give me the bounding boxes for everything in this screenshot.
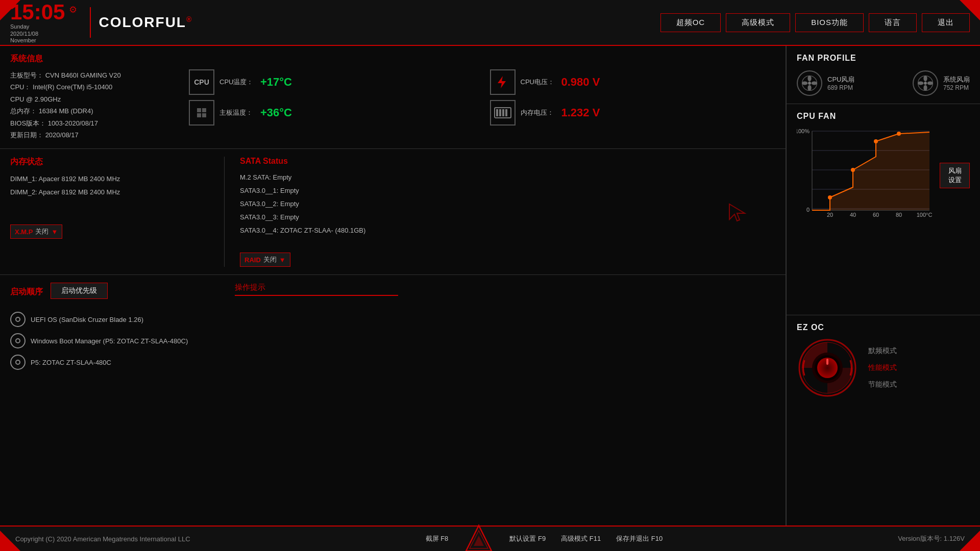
fan-items: CPU风扇 689 RPM (797, 70, 970, 96)
oc-knob[interactable] (797, 337, 858, 398)
cpu-fan-name: CPU风扇 (827, 75, 854, 84)
corner-decoration-bl (0, 531, 20, 551)
left-panel: 系统信息 主板型号： CVN B460I GAMING V20 CPU： Int… (0, 46, 786, 525)
mem-label: 总内存： (10, 107, 37, 115)
oc-modes: 默频模式 性能模式 节能模式 (868, 346, 897, 389)
sata-s2: SATA3.0__2: Empty (240, 197, 699, 211)
corner-decoration-tl (0, 0, 20, 20)
xmp-value: 关闭 (35, 227, 48, 236)
cpu-row2: CPU @ 2.90GHz (10, 93, 174, 105)
update-label: 更新日期： (10, 131, 43, 139)
svg-text:60: 60 (873, 212, 879, 218)
cpu-fan-item: CPU风扇 689 RPM (797, 70, 854, 96)
mb-model-value: CVN B460I GAMING V20 (45, 71, 121, 79)
oc-mode-eco[interactable]: 节能模式 (868, 380, 897, 389)
nav-oc-button[interactable]: 超频OC (660, 13, 721, 32)
svg-point-37 (897, 132, 901, 136)
footer-key-label-3: 保存并退出 F10 (616, 534, 663, 543)
sys-fan-rpm: 752 RPM (943, 84, 970, 91)
xmp-dropdown[interactable]: X.M.P 关闭 ▼ (10, 224, 62, 239)
raid-dropdown[interactable]: RAID 关闭 ▼ (240, 253, 290, 267)
header-separator (90, 7, 91, 38)
nav-advanced-button[interactable]: 高级模式 (726, 13, 790, 32)
brand-logo: COLORFUL® (99, 14, 192, 31)
oc-mode-default[interactable]: 默频模式 (868, 346, 897, 356)
sys-fan-name: 系统风扇 (943, 75, 970, 84)
sys-fan-icon (913, 70, 938, 96)
dimm1: DIMM_1: Apacer 8192 MB 2400 MHz (10, 172, 214, 186)
cpu-row: CPU： Intel(R) Core(TM) i5-10400 (10, 81, 174, 93)
cpu-temp-label: CPU温度： (219, 78, 255, 87)
sata-m2: M.2 SATA: Empty (240, 171, 699, 184)
boot-item-2: P5: ZOTAC ZT-SLAA-480C (10, 355, 225, 370)
sys-fan-item: 系统风扇 752 RPM (913, 70, 970, 96)
cpu-value: Intel(R) Core(TM) i5-10400 (33, 83, 112, 91)
nav-bios-button[interactable]: BIOS功能 (795, 13, 864, 32)
mb-model-label: 主板型号： (10, 71, 43, 79)
mem-title: 内存状态 (10, 157, 214, 167)
footer-key-1: 默认设置 F9 (509, 534, 546, 543)
cpu-fan-section: CPU FAN 100% 0 (787, 104, 980, 315)
svg-rect-3 (499, 109, 501, 116)
update-row: 更新日期： 2020/08/17 (10, 129, 174, 141)
xmp-row: X.M.P 关闭 ▼ (10, 224, 214, 239)
raid-value: 关闭 (263, 255, 277, 264)
boot-priority-button[interactable]: 启动优先级 (51, 283, 108, 299)
raid-label: RAID (244, 256, 261, 264)
oc-knob-svg (797, 337, 858, 398)
nav-language-button[interactable]: 语言 (869, 13, 917, 32)
mem-row: 总内存： 16384 MB (DDR4) (10, 105, 174, 117)
op-hint-line (235, 295, 398, 296)
svg-marker-0 (498, 76, 506, 88)
ez-oc-section: EZ OC (787, 315, 980, 526)
mb-temp-label: 主板温度： (219, 108, 255, 117)
svg-point-36 (874, 139, 878, 143)
cpu-fan-icon (797, 70, 822, 96)
cpu-value2: CPU @ 2.90GHz (10, 95, 61, 103)
bios-value: 1003-2020/08/17 (48, 119, 98, 127)
svg-point-17 (923, 85, 927, 91)
month-label: November (10, 37, 77, 43)
mb-chip-icon (189, 100, 214, 126)
footer: Copyright (C) 2020 American Megatrends I… (0, 525, 980, 551)
footer-key-3: 保存并退出 F10 (616, 534, 663, 543)
boot-item-0: UEFI OS (SanDisk Cruzer Blade 1.26) (10, 312, 225, 327)
xmp-arrow: ▼ (51, 228, 58, 236)
footer-key-2: 高级模式 F11 (561, 534, 601, 543)
cpu-volt-icon (490, 69, 516, 95)
day-label: Sunday (10, 23, 29, 30)
update-value: 2020/08/17 (45, 131, 79, 139)
cpu-volt-label: CPU电压： (521, 78, 556, 87)
right-panel: FAN PROFILE CPU风扇 (786, 46, 980, 525)
date-display: Sunday 2020/11/08 (10, 23, 77, 38)
sata-section: SATA Status M.2 SATA: Empty SATA3.0__1: … (225, 157, 699, 267)
svg-point-12 (802, 81, 808, 85)
svg-rect-2 (496, 109, 498, 116)
svg-point-10 (812, 81, 818, 85)
svg-rect-4 (502, 109, 504, 116)
sys-info-text: 系统信息 主板型号： CVN B460I GAMING V20 CPU： Int… (10, 54, 174, 141)
sata-s3: SATA3.0__3: Empty (240, 211, 699, 224)
fan-settings-button[interactable]: 风扇设置 (940, 163, 970, 188)
dimm2: DIMM_2: Apacer 8192 MB 2400 MHz (10, 186, 214, 199)
cpu-chip-icon: CPU (189, 69, 214, 95)
cpu-fan-rpm: 689 RPM (827, 84, 854, 91)
mem-sata-section: 内存状态 DIMM_1: Apacer 8192 MB 2400 MHz DIM… (0, 149, 786, 275)
svg-marker-6 (729, 204, 745, 221)
date-label: 2020/11/08 (10, 31, 38, 37)
fan-profile-title: FAN PROFILE (797, 54, 970, 63)
sata-s1: SATA3.0__1: Empty (240, 184, 699, 197)
svg-point-34 (828, 195, 832, 199)
cpu-volt-value: 0.980 V (561, 76, 600, 89)
mb-temp-row: 主板温度： +36°C (189, 100, 475, 126)
oc-mode-performance[interactable]: 性能模式 (868, 363, 897, 372)
ez-oc-content: 默频模式 性能模式 节能模式 (797, 337, 970, 398)
op-hint-section: 操作提示 (235, 283, 775, 518)
chart-wrapper: 100% 0 20 40 60 80 100°C (797, 126, 970, 225)
raid-arrow: ▼ (279, 256, 286, 264)
boot-header: 启动顺序 启动优先级 (10, 283, 225, 307)
svg-text:20: 20 (827, 212, 833, 218)
footer-key-label-0: 截屏 F8 (426, 534, 449, 543)
boot-item-label-1: Windows Boot Manager (P5: ZOTAC ZT-SLAA-… (31, 337, 188, 345)
svg-point-15 (923, 76, 927, 82)
